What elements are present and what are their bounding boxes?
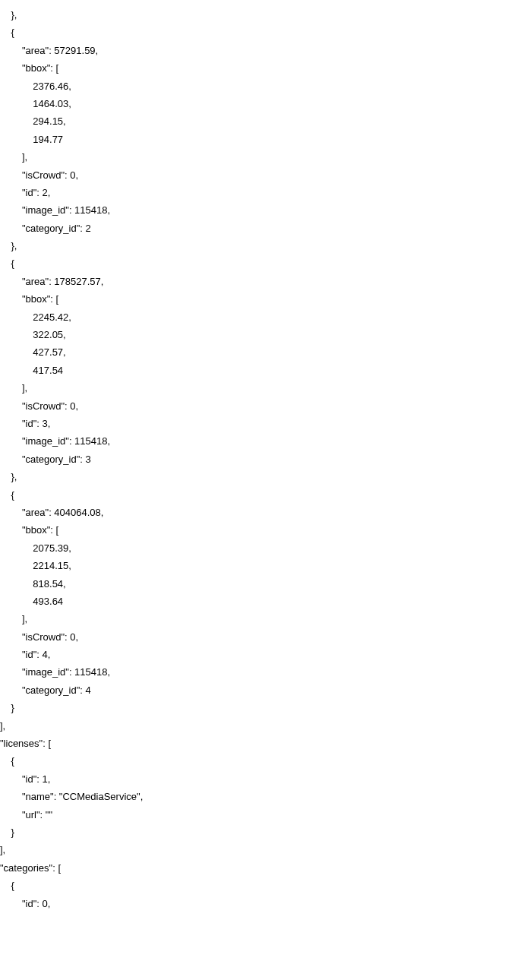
code-line: 2245.42,: [0, 308, 530, 326]
code-line: "url": "": [0, 806, 530, 824]
code-line: 2214.15,: [0, 557, 530, 574]
code-line: "category_id": 4: [0, 681, 530, 699]
code-line: "id": 2,: [0, 184, 530, 201]
code-line: {: [0, 752, 530, 770]
code-line: "image_id": 115418,: [0, 201, 530, 219]
code-line: "id": 4,: [0, 646, 530, 663]
code-line: "isCrowd": 0,: [0, 397, 530, 415]
code-line: "id": 3,: [0, 415, 530, 432]
code-line: 417.54: [0, 362, 530, 379]
code-line: ],: [0, 610, 530, 628]
code-line: "categories": [: [0, 859, 530, 877]
code-line: }: [0, 699, 530, 716]
code-line: 2075.39,: [0, 539, 530, 557]
code-line: "image_id": 115418,: [0, 663, 530, 681]
code-line: "isCrowd": 0,: [0, 628, 530, 646]
code-line: 427.57,: [0, 343, 530, 361]
code-line: {: [0, 24, 530, 41]
code-line: {: [0, 254, 530, 272]
code-line: 818.54,: [0, 575, 530, 593]
code-line: ],: [0, 717, 530, 735]
code-line: ],: [0, 841, 530, 858]
code-line: "image_id": 115418,: [0, 432, 530, 450]
code-line: "bbox": [: [0, 290, 530, 308]
code-line: 493.64: [0, 593, 530, 610]
json-code-block: }, { "area": 57291.59, "bbox": [ 2376.46…: [0, 0, 530, 912]
code-line: "area": 57291.59,: [0, 42, 530, 59]
code-line: "id": 1,: [0, 770, 530, 788]
code-line: "category_id": 3: [0, 450, 530, 468]
code-line: 322.05,: [0, 326, 530, 343]
code-line: ],: [0, 379, 530, 397]
code-line: "area": 178527.57,: [0, 273, 530, 290]
code-line: "bbox": [: [0, 59, 530, 77]
code-line: "category_id": 2: [0, 220, 530, 237]
code-line: {: [0, 486, 530, 504]
code-line: ],: [0, 148, 530, 166]
code-line: "bbox": [: [0, 521, 530, 539]
code-line: },: [0, 6, 530, 24]
code-line: "area": 404064.08,: [0, 504, 530, 521]
code-line: }: [0, 824, 530, 841]
code-line: "licenses": [: [0, 735, 530, 752]
code-line: },: [0, 468, 530, 485]
code-line: {: [0, 877, 530, 894]
code-line: "name": "CCMediaService",: [0, 788, 530, 805]
code-line: },: [0, 237, 530, 254]
code-line: 1464.03,: [0, 95, 530, 112]
code-line: 2376.46,: [0, 77, 530, 95]
code-line: "isCrowd": 0,: [0, 166, 530, 184]
code-line: "id": 0,: [0, 895, 530, 912]
code-line: 194.77: [0, 131, 530, 148]
code-line: 294.15,: [0, 112, 530, 130]
